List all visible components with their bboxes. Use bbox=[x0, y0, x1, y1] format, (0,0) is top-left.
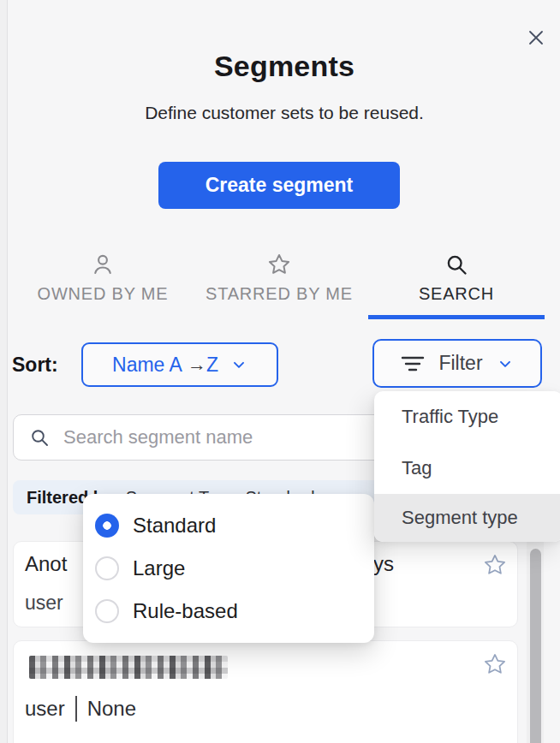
sort-value-suffix: Z bbox=[206, 354, 218, 377]
radio-option-rule-based[interactable]: Rule-based bbox=[95, 590, 374, 633]
segment-meta-primary: user bbox=[25, 697, 65, 721]
person-icon bbox=[91, 253, 115, 276]
filter-icon bbox=[401, 354, 425, 374]
segment-meta: user None bbox=[25, 696, 136, 722]
star-icon bbox=[483, 553, 509, 577]
segment-title-fragment: Anot bbox=[25, 552, 67, 576]
radio-option-label: Large bbox=[133, 556, 185, 580]
search-icon bbox=[444, 253, 468, 276]
scrollbar-thumb[interactable] bbox=[530, 549, 541, 743]
close-icon bbox=[528, 30, 544, 45]
chevron-down-icon bbox=[230, 356, 247, 373]
active-tab-underline bbox=[368, 315, 545, 319]
search-icon bbox=[29, 427, 50, 448]
segment-meta: user bbox=[25, 591, 63, 615]
meta-divider bbox=[75, 696, 77, 722]
tab-owned-label: OWNED BY ME bbox=[38, 284, 169, 304]
star-toggle-button[interactable] bbox=[483, 552, 509, 578]
tab-starred-label: STARRED BY ME bbox=[206, 284, 353, 304]
create-segment-label: Create segment bbox=[206, 174, 354, 197]
segment-list-item[interactable]: user None bbox=[13, 640, 518, 743]
segments-modal: Segments Define customer sets to be reus… bbox=[0, 0, 560, 743]
sort-arrow: → bbox=[188, 354, 206, 376]
page-subtitle: Define customer sets to be reused. bbox=[9, 103, 560, 123]
tab-starred-by-me[interactable]: STARRED BY ME bbox=[195, 253, 363, 319]
create-segment-button[interactable]: Create segment bbox=[158, 162, 400, 209]
radio-option-label: Standard bbox=[133, 514, 216, 538]
menu-item-segment-type[interactable]: Segment type bbox=[374, 494, 560, 542]
star-icon bbox=[483, 652, 509, 676]
sort-label: Sort: bbox=[12, 354, 58, 377]
page-edge-divider bbox=[0, 0, 8, 743]
star-toggle-button[interactable] bbox=[483, 651, 509, 677]
filter-dropdown-menu: Traffic Type Tag Segment type bbox=[374, 391, 560, 542]
radio-selected-icon[interactable] bbox=[95, 514, 119, 538]
redacted-segment-title bbox=[29, 656, 228, 679]
radio-unselected-icon[interactable] bbox=[95, 599, 119, 623]
menu-item-traffic-type[interactable]: Traffic Type bbox=[374, 391, 560, 443]
segment-title-fragment: ys bbox=[373, 552, 394, 576]
star-icon bbox=[267, 253, 291, 276]
tab-search-label: SEARCH bbox=[419, 284, 494, 304]
segment-type-popup: Standard Large Rule-based bbox=[83, 494, 374, 643]
radio-option-large[interactable]: Large bbox=[95, 547, 374, 590]
radio-option-label: Rule-based bbox=[133, 599, 238, 623]
page-title: Segments bbox=[9, 50, 560, 83]
chevron-down-icon bbox=[497, 355, 514, 372]
radio-option-standard[interactable]: Standard bbox=[95, 504, 374, 547]
close-button[interactable] bbox=[526, 27, 546, 48]
tab-owned-by-me[interactable]: OWNED BY ME bbox=[17, 253, 188, 319]
sort-value-prefix: Name A bbox=[112, 354, 182, 377]
radio-unselected-icon[interactable] bbox=[95, 556, 119, 580]
sort-dropdown[interactable]: Name A → Z bbox=[81, 342, 278, 387]
menu-item-tag[interactable]: Tag bbox=[374, 443, 560, 494]
filter-button[interactable]: Filter bbox=[372, 339, 542, 388]
tab-search[interactable]: SEARCH bbox=[368, 253, 545, 319]
filter-label: Filter bbox=[438, 352, 482, 375]
segment-meta-secondary: None bbox=[87, 697, 136, 721]
